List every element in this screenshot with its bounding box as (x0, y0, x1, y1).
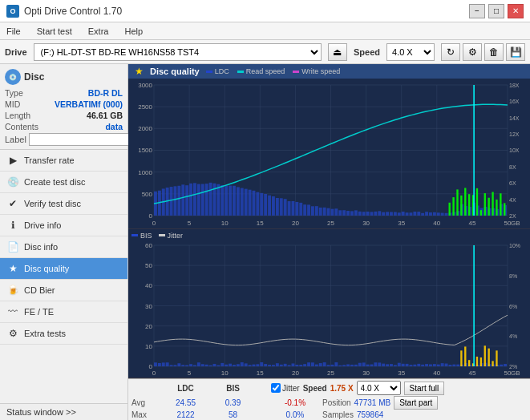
svg-text:50: 50 (145, 262, 152, 269)
svg-rect-104 (378, 211, 381, 216)
menu-help[interactable]: Help (121, 26, 146, 37)
svg-rect-147 (488, 198, 490, 216)
sidebar-item-label: Drive info (24, 220, 61, 230)
svg-rect-74 (260, 193, 263, 216)
svg-rect-113 (413, 212, 416, 216)
ldc-chart: 3000250020001500100050000510152025303540… (128, 79, 530, 228)
start-full-button[interactable]: Start full (404, 382, 445, 395)
legend-bis-dot (131, 234, 138, 236)
max-bis: 58 (211, 410, 255, 419)
svg-text:10: 10 (221, 370, 229, 377)
svg-text:1500: 1500 (138, 147, 152, 154)
svg-rect-235 (307, 362, 310, 366)
ldc-header: LDC (164, 384, 208, 393)
start-part-button[interactable]: Start part (394, 396, 438, 410)
svg-rect-261 (410, 365, 413, 366)
svg-rect-269 (441, 363, 444, 366)
svg-rect-153 (128, 242, 530, 378)
svg-text:30: 30 (145, 302, 152, 309)
svg-rect-254 (382, 364, 385, 366)
sidebar-item-extra-tests[interactable]: ⚙ Extra tests (0, 323, 127, 345)
disc-mid-row: MID VERBATIMf (000) (5, 99, 123, 109)
sidebar-item-fe-te[interactable]: 〰 FE / TE (0, 301, 127, 323)
sidebar-item-drive-info[interactable]: ℹ Drive info (0, 215, 127, 236)
svg-rect-108 (394, 212, 397, 216)
erase-button[interactable]: 🗑 (484, 43, 504, 61)
sidebar-item-disc-info[interactable]: 📄 Disc info (0, 236, 127, 258)
svg-rect-241 (331, 365, 334, 366)
close-button[interactable]: ✕ (508, 4, 524, 18)
svg-rect-197 (158, 363, 161, 366)
save-button[interactable]: 💾 (506, 43, 525, 61)
svg-rect-60 (205, 184, 208, 216)
svg-rect-200 (170, 365, 173, 366)
svg-text:2X: 2X (509, 213, 516, 219)
sidebar-item-disc-quality[interactable]: ★ Disc quality (0, 258, 127, 280)
legend-bis-label: BIS (140, 232, 152, 240)
svg-rect-111 (406, 212, 409, 216)
svg-rect-92 (331, 209, 334, 216)
svg-rect-144 (476, 188, 478, 216)
maximize-button[interactable]: □ (488, 4, 504, 18)
svg-rect-149 (496, 200, 497, 216)
svg-text:GB: GB (511, 220, 520, 227)
sidebar-item-verify-test-disc[interactable]: ✔ Verify test disc (0, 193, 127, 215)
svg-rect-240 (327, 365, 330, 366)
svg-text:12X: 12X (509, 131, 520, 137)
svg-rect-252 (374, 362, 377, 366)
svg-rect-291 (480, 357, 482, 366)
svg-text:35: 35 (398, 220, 405, 227)
menu-file[interactable]: File (3, 26, 24, 37)
svg-text:6%: 6% (509, 303, 517, 309)
refresh-button[interactable]: ↻ (441, 43, 460, 61)
legend-read-speed: Read speed (237, 67, 285, 75)
minimize-button[interactable]: − (469, 4, 485, 18)
app-title: Opti Drive Control 1.70 (24, 6, 122, 17)
svg-rect-68 (237, 187, 240, 216)
sidebar-item-transfer-rate[interactable]: ▶ Transfer rate (0, 150, 127, 172)
svg-rect-236 (311, 362, 314, 366)
svg-rect-101 (366, 212, 370, 216)
speed-select[interactable]: 4.0 X (386, 43, 435, 61)
status-window-button[interactable]: Status window >> (0, 403, 127, 420)
svg-text:18X: 18X (509, 83, 520, 88)
svg-rect-103 (374, 212, 377, 216)
svg-text:10: 10 (221, 220, 229, 227)
status-window-label: Status window >> (6, 407, 76, 417)
sidebar-item-cd-bier[interactable]: 🍺 CD Bier (0, 280, 127, 301)
disc-header: 💿 Disc (5, 69, 123, 85)
svg-rect-270 (445, 363, 448, 366)
svg-rect-249 (362, 362, 366, 366)
drive-select[interactable]: (F:) HL-DT-ST BD-RE WH16NS58 TST4 (34, 43, 322, 61)
svg-rect-217 (237, 364, 240, 366)
disc-length-label: Length (5, 111, 30, 120)
svg-text:10X: 10X (509, 147, 520, 153)
jitter-checkbox[interactable] (271, 383, 281, 393)
svg-rect-268 (437, 365, 440, 366)
fe-te-icon: 〰 (6, 305, 19, 318)
disc-contents-row: Contents data (5, 122, 123, 131)
svg-rect-267 (433, 364, 436, 366)
speed-select-stats[interactable]: 4.0 X (357, 381, 401, 395)
menu-start-test[interactable]: Start test (34, 26, 75, 37)
svg-rect-244 (342, 365, 346, 366)
position-label: Position (322, 398, 351, 407)
eject-button[interactable]: ⏏ (328, 43, 347, 61)
svg-text:30: 30 (362, 370, 370, 377)
svg-rect-90 (323, 208, 326, 216)
sidebar-item-label: Create test disc (24, 177, 85, 187)
chart1-legend: LDC Read speed Write speed (206, 67, 340, 75)
disc-label-input[interactable] (29, 133, 136, 146)
svg-rect-73 (256, 192, 259, 216)
settings-button[interactable]: ⚙ (463, 43, 482, 61)
menu-extra[interactable]: Extra (85, 26, 112, 37)
sidebar-item-create-test-disc[interactable]: 💿 Create test disc (0, 172, 127, 193)
disc-panel: 💿 Disc Type BD-R DL MID VERBATIMf (000) … (0, 64, 127, 150)
svg-rect-70 (245, 189, 248, 216)
jitter-checkbox-container: Jitter (271, 383, 300, 393)
stats-avg-row: Avg 24.55 0.39 -0.1% Position 47731 MB S… (131, 396, 527, 410)
svg-rect-242 (334, 362, 338, 366)
stats-max-row: Max 2122 58 0.0% Samples 759864 (131, 410, 527, 419)
svg-text:60: 60 (145, 242, 152, 249)
drive-label: Drive (5, 47, 27, 57)
